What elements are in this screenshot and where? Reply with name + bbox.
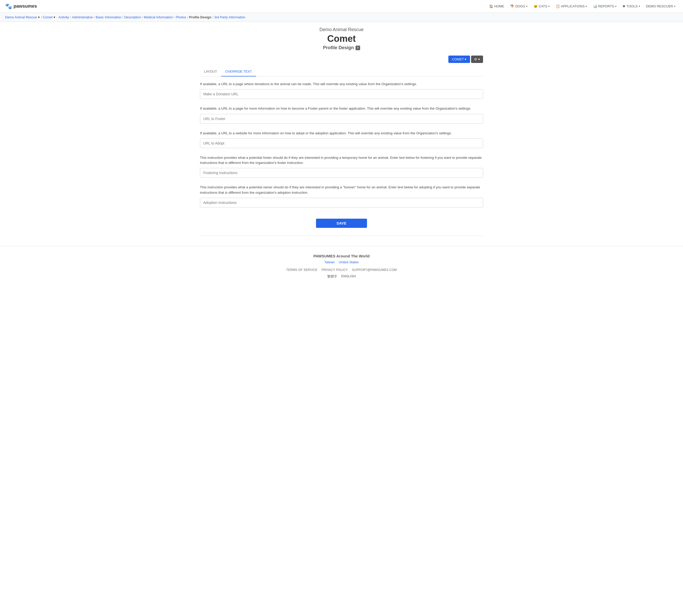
foster-description: If available, a URL to a page for more i… (200, 106, 483, 111)
breadcrumb-3rd-party[interactable]: 3rd Party Information (214, 15, 245, 19)
fostering-instructions-group: This instruction provides what a potenti… (200, 155, 483, 183)
breadcrumb-comet[interactable]: Comet (43, 15, 52, 19)
comet-button[interactable]: COMET ▾ (448, 56, 470, 63)
adoption-instructions-description: This instruction provides what a potenti… (200, 185, 483, 195)
navbar: 🐾 pawsumes 🏠 HOME 🐕 DOGS ▾ 🐱 CATS ▾ 📋 AP… (0, 0, 683, 13)
nav-links: 🏠 HOME 🐕 DOGS ▾ 🐱 CATS ▾ 📋 APPLICATIONS … (487, 3, 678, 10)
dogs-caret: ▾ (526, 5, 528, 8)
save-button[interactable]: SAVE (316, 219, 367, 228)
section-divider (200, 236, 483, 236)
breadcrumb: Demo Animal Rescue ▾ / Comet ▾ - Activit… (0, 13, 683, 22)
foster-url-input[interactable] (200, 114, 483, 124)
footer: PAWSUMES Around The World Taiwan United … (0, 246, 683, 284)
footer-lang-traditional-chinese[interactable]: 繁體字 (327, 274, 337, 279)
breadcrumb-sep-6: / (142, 15, 143, 19)
donation-description: If available, a URL to a page where dona… (200, 82, 483, 87)
adopt-url-group: If available, a URL to a website for mor… (200, 131, 483, 153)
fostering-instructions-input[interactable] (200, 168, 483, 178)
paw-icon: 🐾 (5, 3, 12, 10)
fostering-instructions-description: This instruction provides what a potenti… (200, 155, 483, 166)
footer-privacy[interactable]: PRIVACY POLICY (322, 268, 348, 272)
breadcrumb-sep-3: / (70, 15, 71, 19)
footer-support[interactable]: SUPPORT@PAWSUMES.COM (352, 268, 397, 272)
breadcrumb-activity[interactable]: Activity (58, 15, 69, 19)
tools-caret: ▾ (639, 5, 640, 8)
donation-url-input[interactable] (200, 89, 483, 99)
nav-tools[interactable]: ✱ TOOLS ▾ (620, 3, 642, 10)
breadcrumb-dropdown-icon: ▾ (38, 15, 40, 19)
breadcrumb-sep-7: / (174, 15, 175, 19)
footer-world-title: PAWSUMES Around The World (5, 254, 678, 258)
breadcrumb-sep-9: / (212, 15, 213, 19)
settings-button[interactable]: ⚙ ▾ (471, 56, 483, 63)
breadcrumb-basic-information[interactable]: Basic Information (95, 15, 121, 19)
footer-country-links: Taiwan United States (5, 260, 678, 264)
brand-name: pawsumes (14, 4, 37, 9)
nav-dogs[interactable]: 🐕 DOGS ▾ (508, 3, 530, 10)
breadcrumb-medical-information[interactable]: Medical Information (144, 15, 173, 19)
footer-link-united-states[interactable]: United States (339, 260, 359, 264)
donation-url-group: If available, a URL to a page where dona… (200, 82, 483, 104)
breadcrumb-sep-5: / (123, 15, 124, 19)
action-bar: COMET ▾ ⚙ ▾ (200, 56, 483, 63)
breadcrumb-administrative[interactable]: Administrative (72, 15, 93, 19)
page-title: Profile Design ? (200, 45, 483, 50)
foster-url-group: If available, a URL to a page for more i… (200, 106, 483, 129)
breadcrumb-sep-1: / (41, 15, 42, 19)
adopt-description: If available, a URL to a website for mor… (200, 131, 483, 136)
org-name: Demo Animal Rescue (200, 27, 483, 32)
breadcrumb-comet-caret: ▾ (54, 15, 55, 19)
breadcrumb-profile-design-active: Profile Design (189, 15, 211, 19)
nav-reports[interactable]: 📊 REPORTS ▾ (591, 3, 619, 10)
breadcrumb-sep-8: / (187, 15, 188, 19)
save-row: SAVE (200, 219, 483, 228)
footer-bottom-links: TERMS OF SERVICE PRIVACY POLICY SUPPORT@… (5, 268, 678, 272)
adopt-url-input[interactable] (200, 138, 483, 148)
reports-caret: ▾ (615, 5, 616, 8)
animal-name: Comet (200, 34, 483, 44)
breadcrumb-demo-animal-rescue[interactable]: Demo Animal Rescue (5, 15, 37, 19)
footer-lang-links: 繁體字 ENGLISH (5, 274, 678, 279)
breadcrumb-sep-4: / (94, 15, 95, 19)
form-content: If available, a URL to a page where dona… (200, 82, 483, 228)
cats-caret: ▾ (548, 5, 550, 8)
nav-user[interactable]: DEMO RESCUER ▾ (643, 3, 678, 10)
adoption-instructions-input[interactable] (200, 198, 483, 207)
main-content: Demo Animal Rescue Comet Profile Design … (196, 22, 487, 246)
nav-home[interactable]: 🏠 HOME (487, 3, 507, 10)
page-header: Demo Animal Rescue Comet Profile Design … (200, 27, 483, 50)
breadcrumb-sep-2: - (56, 15, 57, 19)
breadcrumb-description[interactable]: Description (124, 15, 141, 19)
tab-layout[interactable]: LAYOUT (200, 67, 221, 76)
user-caret: ▾ (674, 5, 675, 8)
brand-logo[interactable]: 🐾 pawsumes (5, 3, 37, 10)
footer-lang-english[interactable]: ENGLISH (341, 274, 356, 279)
adoption-instructions-group: This instruction provides what a potenti… (200, 185, 483, 213)
nav-applications[interactable]: 📋 APPLICATIONS ▾ (553, 3, 590, 10)
footer-terms[interactable]: TERMS OF SERVICE (286, 268, 318, 272)
help-icon[interactable]: ? (356, 46, 360, 50)
tabs: LAYOUT OVERRIDE TEXT (200, 67, 483, 76)
breadcrumb-photos[interactable]: Photos (176, 15, 186, 19)
tab-override-text[interactable]: OVERRIDE TEXT (221, 67, 256, 76)
footer-link-taiwan[interactable]: Taiwan (324, 260, 335, 264)
nav-cats[interactable]: 🐱 CATS ▾ (531, 3, 552, 10)
applications-caret: ▾ (585, 5, 587, 8)
